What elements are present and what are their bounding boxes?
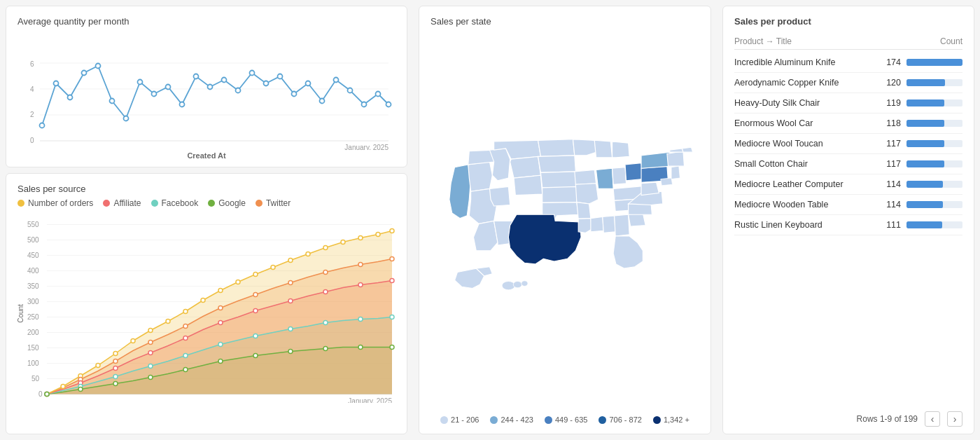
svg-text:0: 0: [38, 390, 43, 398]
map-dot-5: [653, 416, 661, 424]
twitter-label: Twitter: [266, 198, 290, 208]
svg-point-128: [358, 345, 363, 350]
product-bar-fill: [906, 221, 942, 228]
svg-text:January, 2025: January, 2025: [344, 144, 388, 150]
svg-text:400: 400: [27, 267, 39, 275]
product-bar-container: [906, 99, 962, 106]
svg-point-72: [166, 319, 170, 324]
svg-text:450: 450: [27, 252, 39, 259]
svg-point-91: [218, 306, 223, 310]
product-bar-container: [906, 181, 962, 188]
svg-point-22: [222, 78, 227, 83]
svg-point-30: [334, 78, 339, 83]
svg-point-84: [376, 233, 380, 237]
svg-text:2: 2: [30, 111, 34, 118]
svg-text:50: 50: [31, 375, 40, 383]
svg-text:100: 100: [27, 359, 39, 367]
svg-point-129: [390, 345, 394, 350]
table-row: Heavy-Duty Silk Chair 119: [734, 93, 962, 114]
facebook-label: Facebook: [162, 198, 199, 208]
table-row: Enormous Wool Car 118: [734, 114, 962, 134]
svg-point-120: [78, 387, 83, 392]
svg-point-133: [522, 281, 528, 287]
svg-point-24: [250, 71, 255, 76]
svg-point-126: [288, 350, 293, 354]
svg-point-25: [264, 81, 269, 86]
svg-point-69: [113, 352, 118, 356]
svg-point-100: [148, 351, 153, 355]
svg-point-123: [183, 368, 188, 372]
svg-text:350: 350: [27, 282, 39, 290]
google-label: Google: [218, 198, 246, 208]
svg-point-93: [288, 281, 293, 285]
svg-point-81: [323, 246, 328, 250]
svg-point-106: [358, 283, 363, 287]
svg-point-96: [390, 257, 394, 261]
legend-item-twitter: Twitter: [255, 198, 290, 208]
svg-point-18: [166, 85, 171, 90]
svg-text:Count: Count: [18, 304, 24, 323]
product-bar-fill: [906, 120, 944, 127]
svg-point-16: [138, 80, 143, 85]
product-bar-fill: [906, 99, 944, 106]
svg-point-131: [502, 282, 514, 290]
svg-text:200: 200: [27, 329, 39, 336]
product-bar-fill: [906, 79, 945, 86]
svg-point-33: [376, 92, 381, 97]
table-row: Small Cotton Chair 117: [734, 154, 962, 174]
svg-point-118: [390, 315, 394, 319]
source-area-chart-svg: 0 50 100 150 200 250 300 350 400 450 500…: [18, 214, 396, 403]
svg-text:250: 250: [27, 313, 39, 321]
svg-text:550: 550: [27, 221, 39, 228]
avg-chart-title: Average quantity per month: [18, 16, 396, 27]
product-count: 111: [876, 220, 901, 230]
svg-text:300: 300: [27, 298, 39, 305]
svg-point-32: [362, 102, 367, 107]
map-panel: Sales per state: [419, 6, 711, 434]
svg-point-75: [218, 289, 223, 293]
svg-point-71: [148, 329, 153, 333]
svg-point-29: [320, 99, 325, 104]
svg-point-94: [323, 270, 328, 275]
svg-point-119: [45, 392, 49, 397]
svg-point-127: [323, 347, 328, 351]
avg-line-chart-svg: 0 2 4 6 January, 2025: [18, 31, 396, 150]
product-bar-fill: [906, 140, 944, 147]
svg-point-99: [113, 366, 118, 371]
product-bar-fill: [906, 59, 962, 66]
map-legend-item-4: 706 - 872: [598, 415, 641, 424]
map-legend-label-1: 21 - 206: [451, 415, 479, 424]
svg-point-27: [292, 92, 297, 97]
product-name: Heavy-Duty Silk Chair: [734, 98, 870, 108]
twitter-dot: [255, 200, 262, 207]
svg-point-121: [113, 382, 118, 386]
table-row: Rustic Linen Keyboard 111: [734, 215, 962, 235]
svg-point-103: [253, 309, 258, 313]
svg-point-101: [183, 336, 188, 341]
product-name: Mediocre Wooden Table: [734, 200, 870, 209]
map-legend-label-2: 244 - 423: [500, 415, 533, 424]
svg-point-125: [253, 354, 258, 358]
table-row: Incredible Aluminum Knife 174: [734, 53, 962, 73]
us-map-svg: [430, 32, 699, 410]
product-count: 114: [876, 179, 901, 189]
product-bar-container: [906, 160, 962, 167]
map-dot-2: [490, 416, 498, 424]
svg-text:150: 150: [27, 344, 39, 352]
product-count: 119: [876, 98, 901, 108]
table-row: Mediocre Wooden Table 114: [734, 195, 962, 215]
product-count: 120: [876, 78, 901, 88]
svg-point-122: [148, 376, 153, 380]
orders-label: Number of orders: [28, 198, 93, 208]
svg-point-79: [288, 259, 293, 263]
svg-point-9: [40, 123, 45, 128]
next-page-button[interactable]: ›: [947, 411, 962, 427]
facebook-dot: [151, 200, 158, 207]
svg-point-70: [131, 339, 135, 343]
svg-point-115: [288, 327, 293, 331]
product-name: Rustic Linen Keyboard: [734, 220, 870, 230]
table-footer: Rows 1-9 of 199 ‹ ›: [734, 404, 962, 427]
product-count: 117: [876, 139, 901, 149]
prev-page-button[interactable]: ‹: [925, 411, 940, 427]
svg-point-11: [68, 95, 73, 100]
